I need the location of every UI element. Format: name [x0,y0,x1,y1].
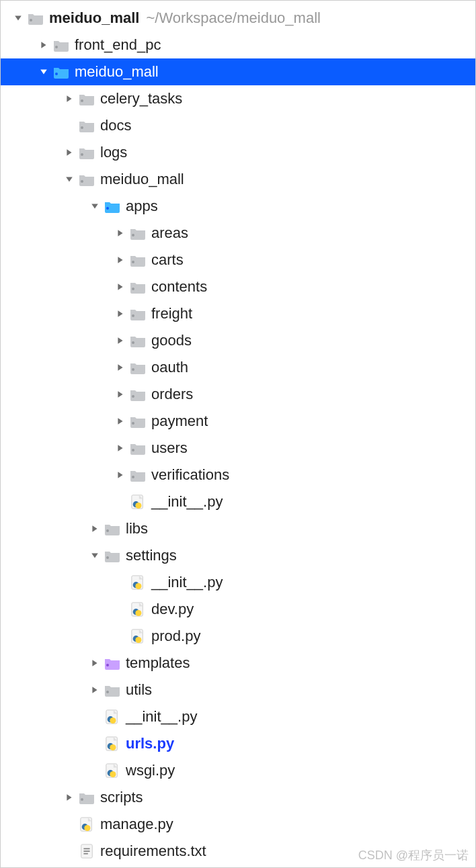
svg-point-56 [106,664,109,666]
folder-icon [79,791,95,804]
chevron-right-icon[interactable] [115,362,126,373]
chevron-right-icon[interactable] [64,792,75,803]
tree-row-dev-py[interactable]: dev.py [1,596,475,623]
tree-item-label: wsgi.py [126,757,175,784]
tree-row--init-py[interactable]: __init__.py [1,703,475,730]
folder-icon [104,656,120,670]
chevron-right-icon[interactable] [115,389,126,400]
python-file-icon [130,495,146,509]
tree-row-requirements-txt[interactable]: requirements.txt [1,838,475,865]
tree-row-prod-py[interactable]: prod.py [1,623,475,650]
tree-row-meiduo-mall[interactable]: meiduo_mall [1,166,475,193]
chevron-right-icon[interactable] [115,470,126,480]
tree-item-label: utils [126,677,152,703]
tree-row--init-py[interactable]: __init__.py [1,488,475,515]
chevron-right-icon[interactable] [115,281,126,292]
tree-item-label: users [151,435,188,462]
svg-marker-15 [118,230,122,236]
chevron-right-icon[interactable] [89,685,100,695]
tree-row-utils[interactable]: utils [1,677,475,703]
chevron-right-icon[interactable] [64,147,75,158]
svg-point-54 [135,637,141,643]
tree-row-users[interactable]: users [1,435,475,462]
folder-icon [79,173,95,186]
tree-item-label: __init__.py [151,569,223,596]
chevron-down-icon[interactable] [89,201,100,212]
svg-marker-21 [118,310,122,317]
svg-point-70 [110,771,116,777]
svg-point-20 [132,288,134,290]
chevron-right-icon[interactable] [115,443,126,453]
tree-item-label: payment [151,408,208,435]
chevron-right-icon[interactable] [115,308,126,319]
tree-row-urls-py[interactable]: urls.py [1,730,475,757]
folder-icon [53,38,69,52]
folder-icon [79,92,95,105]
svg-point-42 [106,556,109,559]
svg-point-24 [132,341,134,344]
tree-row-areas[interactable]: areas [1,220,475,247]
tree-row-meiduo-mall[interactable]: meiduo_mall [1,58,475,85]
tree-row-meiduo-mall[interactable]: meiduo_mall~/Workspace/meiduo_mall [1,5,475,32]
tree-item-label: meiduo_mall [100,166,184,193]
tree-item-label: verifications [151,462,229,488]
chevron-down-icon[interactable] [38,67,49,77]
chevron-right-icon[interactable] [89,523,100,534]
tree-row-payment[interactable]: payment [1,408,475,435]
chevron-right-icon[interactable] [115,416,126,427]
tree-row-manage-py[interactable]: manage.py [1,811,475,838]
tree-row-contents[interactable]: contents [1,273,475,300]
svg-marker-31 [118,445,122,451]
tree-row-templates[interactable]: templates [1,650,475,677]
svg-point-5 [55,73,58,75]
tree-row-oauth[interactable]: oauth [1,354,475,381]
tree-row--init-py[interactable]: __init__.py [1,569,475,596]
tree-row-logs[interactable]: logs [1,139,475,166]
svg-marker-33 [118,472,122,478]
tree-row-settings[interactable]: settings [1,542,475,569]
chevron-right-icon[interactable] [115,228,126,238]
tree-row-carts[interactable]: carts [1,247,475,273]
folder-icon [104,549,120,562]
tree-row-scripts[interactable]: scripts [1,784,475,811]
svg-marker-29 [118,418,122,425]
svg-point-66 [110,744,116,750]
chevron-down-icon[interactable] [13,13,24,24]
svg-marker-41 [91,553,98,558]
tree-item-label: __init__.py [151,488,223,515]
chevron-right-icon[interactable] [38,40,49,50]
tree-item-label: scripts [100,784,143,811]
svg-point-7 [81,99,83,102]
tree-row-wsgi-py[interactable]: wsgi.py [1,757,475,784]
chevron-right-icon[interactable] [89,658,100,668]
chevron-right-icon[interactable] [115,335,126,346]
tree-row-goods[interactable]: goods [1,327,475,354]
tree-item-label: docs [100,112,131,139]
svg-point-40 [106,529,109,532]
svg-point-3 [55,46,58,48]
tree-row-libs[interactable]: libs [1,515,475,542]
svg-point-76 [84,825,90,831]
svg-marker-25 [118,364,122,371]
chevron-down-icon[interactable] [64,174,75,185]
chevron-down-icon[interactable] [89,550,100,561]
tree-row-docs[interactable]: docs [1,112,475,139]
svg-marker-39 [92,525,97,532]
tree-row-celery-tasks[interactable]: celery_tasks [1,85,475,112]
tree-row-orders[interactable]: orders [1,381,475,408]
svg-marker-2 [41,42,46,48]
folder-icon [28,11,44,25]
tree-row-verifications[interactable]: verifications [1,462,475,488]
tree-item-label: oauth [151,354,188,381]
svg-point-28 [132,395,134,398]
folder-icon [104,522,120,535]
folder-icon [53,65,69,79]
svg-marker-0 [15,15,22,20]
tree-row-apps[interactable]: apps [1,193,475,220]
chevron-right-icon[interactable] [115,255,126,265]
tree-row-freight[interactable]: freight [1,300,475,327]
chevron-right-icon[interactable] [64,93,75,104]
svg-point-58 [106,691,109,693]
tree-item-label: carts [151,247,184,273]
tree-row-front-end-pc[interactable]: front_end_pc [1,32,475,58]
